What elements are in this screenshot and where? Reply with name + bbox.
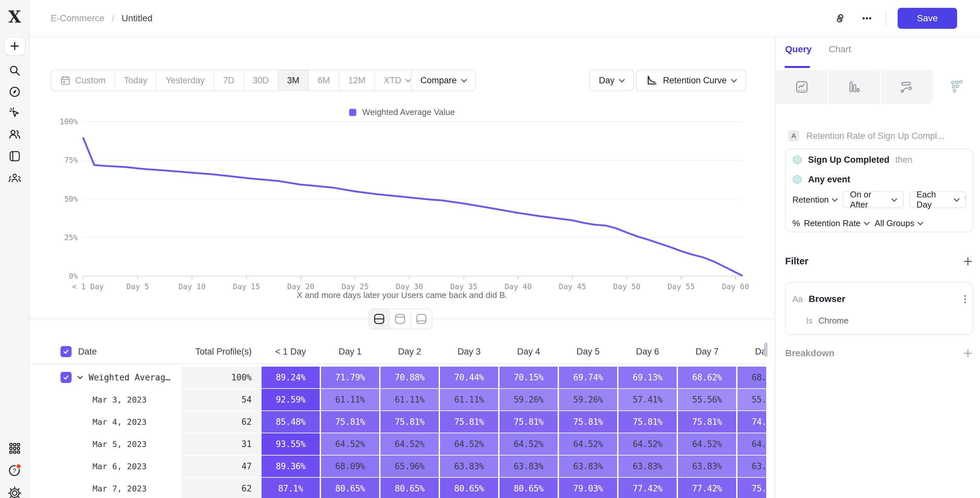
- retention-value-cell[interactable]: 69.13%: [619, 367, 677, 388]
- retention-value-cell[interactable]: 79.03%: [559, 478, 617, 498]
- save-button[interactable]: Save: [897, 8, 957, 29]
- add-breakdown-button[interactable]: [963, 348, 973, 358]
- retention-dots-tab[interactable]: [933, 70, 980, 104]
- retention-value-cell[interactable]: 63.83%: [619, 455, 677, 477]
- retention-value-cell[interactable]: 75.81%: [380, 411, 439, 433]
- copy-link-button[interactable]: [832, 10, 848, 26]
- table-row[interactable]: Weighted Average ...100%89.24%71.79%70.8…: [29, 367, 766, 388]
- tab-chart[interactable]: Chart: [829, 44, 851, 62]
- flow-sankey-tab[interactable]: [881, 70, 933, 104]
- retention-value-cell[interactable]: 77.42%: [619, 478, 677, 498]
- breadcrumb-section[interactable]: E-Commerce: [51, 13, 105, 24]
- retention-value-cell[interactable]: 64.52%: [737, 433, 766, 455]
- retention-value-cell[interactable]: 80.65%: [440, 478, 498, 498]
- measure-dropdown[interactable]: % Retention Rate: [792, 218, 869, 228]
- retention-value-cell[interactable]: 87.1%: [261, 478, 320, 498]
- create-new-button[interactable]: [4, 37, 25, 56]
- retention-value-cell[interactable]: 63.83%: [678, 455, 736, 477]
- event-2-name[interactable]: Any event: [808, 175, 850, 185]
- retention-value-cell[interactable]: 55.56%: [737, 389, 766, 410]
- explore-compass-icon[interactable]: [0, 84, 29, 99]
- retention-value-cell[interactable]: 64.52%: [321, 433, 379, 455]
- retention-value-cell[interactable]: 68.11%: [737, 367, 766, 388]
- retention-value-cell[interactable]: 63.83%: [440, 455, 498, 477]
- more-options-button[interactable]: [859, 10, 875, 26]
- table-row[interactable]: Mar 4, 20236285.48%75.81%75.81%75.81%75.…: [29, 411, 766, 433]
- filter-operator[interactable]: Is: [806, 316, 812, 325]
- split-view-button[interactable]: [369, 309, 390, 329]
- retention-value-cell[interactable]: 70.88%: [380, 367, 439, 388]
- retention-value-cell[interactable]: 89.24%: [261, 367, 320, 388]
- retention-value-cell[interactable]: 63.83%: [559, 455, 617, 477]
- retention-value-cell[interactable]: 75.81%: [321, 411, 379, 433]
- retention-value-cell[interactable]: 74.19%: [737, 411, 766, 433]
- retention-value-cell[interactable]: 59.26%: [559, 389, 617, 410]
- retention-value-cell[interactable]: 71.79%: [321, 367, 379, 388]
- events-cursor-icon[interactable]: [0, 106, 29, 120]
- retention-value-cell[interactable]: 70.44%: [440, 367, 498, 388]
- retention-value-cell[interactable]: 75.81%: [440, 411, 498, 433]
- retention-value-cell[interactable]: 75.81%: [737, 478, 766, 498]
- retention-value-cell[interactable]: 75.81%: [619, 411, 677, 433]
- table-row[interactable]: Mar 7, 20236287.1%80.65%80.65%80.65%80.6…: [29, 478, 766, 498]
- retention-value-cell[interactable]: 70.15%: [500, 367, 558, 388]
- retention-value-cell[interactable]: 64.52%: [559, 433, 617, 455]
- apps-grid-icon[interactable]: [0, 441, 29, 455]
- add-filter-button[interactable]: [963, 256, 973, 267]
- table-only-view-button[interactable]: [411, 309, 432, 329]
- retention-value-cell[interactable]: 68.09%: [321, 455, 379, 477]
- retention-value-cell[interactable]: 61.11%: [380, 389, 439, 410]
- retention-value-cell[interactable]: 63.83%: [737, 455, 766, 477]
- retention-value-cell[interactable]: 68.62%: [678, 367, 736, 388]
- table-row[interactable]: Mar 6, 20234789.36%68.09%65.96%63.83%63.…: [29, 455, 766, 477]
- expand-chevron-icon[interactable]: [78, 374, 83, 379]
- users-icon[interactable]: [0, 127, 29, 142]
- retention-value-cell[interactable]: 77.42%: [678, 478, 736, 498]
- table-row[interactable]: Mar 3, 20235492.59%61.11%61.11%61.11%59.…: [29, 389, 766, 410]
- filter-property-name[interactable]: Browser: [809, 294, 845, 304]
- retention-value-cell[interactable]: 85.48%: [261, 411, 320, 433]
- on-or-after-dropdown[interactable]: On or After: [843, 191, 903, 208]
- tab-query[interactable]: Query: [785, 44, 811, 62]
- help-icon[interactable]: ?: [0, 462, 29, 478]
- retention-value-cell[interactable]: 75.81%: [559, 411, 617, 433]
- retention-value-cell[interactable]: 64.52%: [500, 433, 558, 455]
- retention-value-cell[interactable]: 64.52%: [619, 433, 677, 455]
- table-row[interactable]: Mar 5, 20233193.55%64.52%64.52%64.52%64.…: [29, 433, 766, 455]
- filter-kebab-menu[interactable]: [964, 295, 966, 303]
- retention-value-cell[interactable]: 80.65%: [321, 478, 379, 498]
- cohorts-group-icon[interactable]: [0, 171, 29, 186]
- row-checkbox[interactable]: [60, 372, 72, 383]
- chart-only-view-button[interactable]: [390, 309, 411, 329]
- retention-value-cell[interactable]: 61.11%: [440, 389, 498, 410]
- event-1-name[interactable]: Sign Up Completed: [808, 155, 889, 165]
- each-day-dropdown[interactable]: Each Day: [909, 191, 966, 208]
- retention-value-cell[interactable]: 93.55%: [261, 433, 320, 455]
- row-checkbox[interactable]: [60, 346, 72, 357]
- retention-value-cell[interactable]: 65.96%: [380, 455, 439, 477]
- retention-value-cell[interactable]: 69.74%: [559, 367, 617, 388]
- filter-value[interactable]: Chrome: [818, 316, 848, 326]
- retention-value-cell[interactable]: 92.59%: [261, 389, 320, 410]
- retention-value-cell[interactable]: 55.56%: [678, 389, 736, 410]
- notebook-icon[interactable]: [0, 149, 29, 163]
- retention-mode-dropdown[interactable]: Retention: [792, 195, 837, 205]
- breadcrumb-page-title[interactable]: Untitled: [122, 13, 153, 24]
- insights-chart-tab[interactable]: [776, 70, 828, 104]
- retention-value-cell[interactable]: 64.52%: [678, 433, 736, 455]
- retention-value-cell[interactable]: 57.41%: [619, 389, 677, 410]
- query-title[interactable]: Retention Rate of Sign Up Compl...: [807, 131, 944, 141]
- funnel-bars-tab[interactable]: [828, 70, 881, 104]
- retention-value-cell[interactable]: 61.11%: [321, 389, 379, 410]
- retention-value-cell[interactable]: 75.81%: [678, 411, 736, 433]
- retention-value-cell[interactable]: 80.65%: [380, 478, 439, 498]
- table-scrollbar[interactable]: [764, 342, 767, 357]
- all-groups-dropdown[interactable]: All Groups: [875, 218, 923, 228]
- search-icon[interactable]: [0, 64, 29, 78]
- settings-gear-icon[interactable]: [0, 485, 29, 498]
- retention-value-cell[interactable]: 89.36%: [261, 455, 320, 477]
- retention-value-cell[interactable]: 63.83%: [500, 455, 558, 477]
- retention-value-cell[interactable]: 59.26%: [500, 389, 558, 410]
- retention-value-cell[interactable]: 75.81%: [500, 411, 558, 433]
- retention-value-cell[interactable]: 64.52%: [440, 433, 498, 455]
